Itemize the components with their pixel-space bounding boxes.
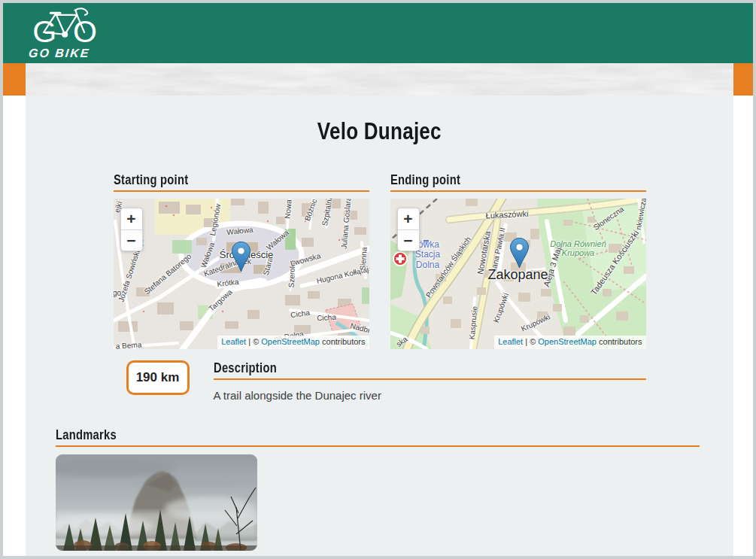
ending-point-section: Ending point [390,172,646,349]
banner-image [26,63,733,96]
banner-row [3,63,753,96]
zoom-out-button[interactable]: − [121,229,142,251]
map-attribution: Leaflet | © OpenStreetMap contributors [494,336,645,349]
zoom-in-button[interactable]: + [398,208,419,229]
landmark-photo [56,454,257,551]
end-map-zoom-control: + − [397,208,420,251]
street-label: Sienna [358,247,369,271]
street-label: Nowa [283,199,293,219]
leaflet-link[interactable]: Leaflet [498,337,523,346]
landmarks-heading: Landmarks [56,427,700,447]
place-label: Dolna RównieńKrupowa [550,239,606,258]
openstreetmap-link[interactable]: OpenStreetMap [261,337,320,346]
place-label: Zakopane [487,267,548,282]
starting-point-heading: Starting point [114,172,369,192]
start-map[interactable]: + − Leaflet | © OpenStreetMap contributo… [114,199,369,349]
landmarks-section: Landmarks [56,427,700,551]
description-heading: Description [214,360,646,380]
ending-point-heading: Ending point [390,172,646,192]
banner-accent-left [3,63,26,96]
description-text: A trail alongside the Dunajec river [214,389,646,402]
bicycle-logo-icon: G O [29,8,104,45]
openstreetmap-link[interactable]: OpenStreetMap [538,337,597,346]
zoom-out-button[interactable]: − [398,229,419,251]
main-content: Velo Dunajec Starting point [26,96,733,556]
banner-accent-right [733,63,753,96]
end-map[interactable]: + − Leaflet | © OpenStreetMap contributo… [390,199,646,349]
svg-text:O: O [73,14,97,45]
street-label: go [114,289,122,297]
app-window: G O GO BIKE [0,0,756,559]
header: G O GO BIKE [3,3,753,63]
street-label: a Bema [115,340,141,349]
logo[interactable]: G O GO BIKE [29,8,104,60]
start-map-marker-icon [232,242,250,272]
route-points-row: Starting point [114,172,646,349]
street-label: Cicha [316,313,335,322]
zoom-in-button[interactable]: + [121,208,142,229]
starting-point-section: Starting point [114,172,369,349]
leaflet-link[interactable]: Leaflet [221,337,246,346]
end-map-marker-icon [510,238,529,269]
info-row: 190 km Description A trail alongside the… [114,360,646,402]
map-attribution: Leaflet | © OpenStreetMap contributors [217,336,369,349]
page-title: Velo Dunajec [26,118,733,145]
description-section: Description A trail alongside the Dunaje… [214,360,646,402]
brand-text: GO BIKE [28,47,105,60]
start-map-zoom-control: + − [120,208,143,251]
distance-badge: 190 km [126,360,190,395]
